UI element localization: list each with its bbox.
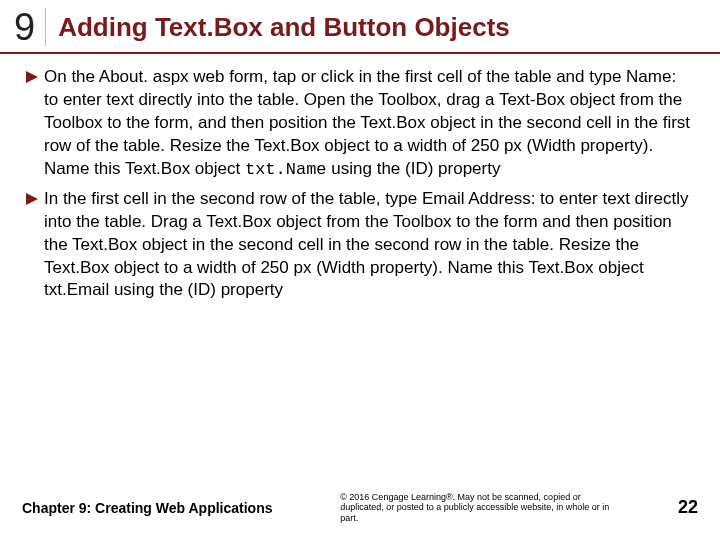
footer-chapter-label: Chapter 9: Creating Web Applications <box>22 500 272 516</box>
footer-copyright: © 2016 Cengage Learning®. May not be sca… <box>340 492 610 524</box>
bullet-item: In the first cell in the second row of t… <box>26 188 694 304</box>
slide-header: 9 Adding Text.Box and Button Objects <box>0 0 720 54</box>
svg-marker-1 <box>26 193 38 205</box>
svg-marker-0 <box>26 71 38 83</box>
slide-footer: Chapter 9: Creating Web Applications © 2… <box>0 492 720 524</box>
bullet-item: On the About. aspx web form, tap or clic… <box>26 66 694 182</box>
slide-content: On the About. aspx web form, tap or clic… <box>0 54 720 303</box>
chapter-number: 9 <box>14 8 46 46</box>
triangle-icon <box>26 193 38 205</box>
bullet-text-post: using the (ID) property <box>327 159 501 178</box>
triangle-icon <box>26 71 38 83</box>
slide-title: Adding Text.Box and Button Objects <box>46 12 510 43</box>
page-number: 22 <box>678 497 698 518</box>
bullet-text: On the About. aspx web form, tap or clic… <box>44 66 694 182</box>
bullet-text: In the first cell in the second row of t… <box>44 188 694 304</box>
bullet-text-pre: In the first cell in the second row of t… <box>44 189 688 300</box>
bullet-code: txt.Name <box>245 160 327 179</box>
